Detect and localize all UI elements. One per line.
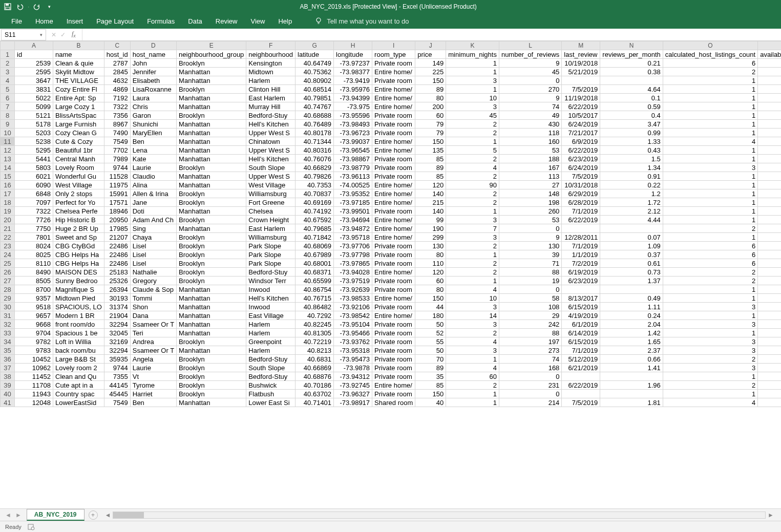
cell[interactable]: 6848 [15, 189, 53, 198]
cell[interactable]: 273 [499, 346, 561, 355]
cell[interactable]: Inwood [246, 303, 295, 311]
header-cell[interactable]: number_of_reviews [499, 50, 561, 59]
cell[interactable]: 7/1/2019 [562, 346, 600, 355]
cell[interactable]: -73.92106 [334, 303, 372, 311]
cell[interactable]: 11528 [104, 172, 130, 181]
cell[interactable]: 22486 [104, 242, 130, 250]
cell[interactable]: Tyrome [130, 381, 176, 390]
cell[interactable]: 40.68688 [295, 111, 334, 120]
sheet-tab-active[interactable]: AB_NYC_2019 [27, 509, 85, 521]
cell[interactable]: 89 [415, 163, 446, 172]
cell[interactable]: Cozy Clean G [53, 129, 104, 137]
cell[interactable]: 27 [499, 181, 561, 189]
cell[interactable]: 40 [415, 398, 446, 407]
cell[interactable]: Loft in Willia [53, 337, 104, 346]
cell[interactable]: -73.95596 [334, 111, 372, 120]
cell[interactable]: 1 [663, 372, 757, 381]
cell[interactable]: 190 [415, 224, 446, 233]
macro-record-icon[interactable] [28, 523, 35, 530]
cell[interactable]: Flatbush [246, 390, 295, 398]
row-header[interactable]: 3 [1, 68, 15, 76]
cell[interactable]: 58 [499, 294, 561, 303]
cell[interactable]: 2 [663, 224, 757, 233]
cell[interactable]: Cute & Cozy [53, 137, 104, 146]
cell[interactable]: 22 [758, 381, 781, 390]
cell[interactable]: 321 [758, 198, 781, 207]
cell[interactable]: 1 [663, 181, 757, 189]
cell[interactable]: 45 [499, 68, 561, 76]
row-header[interactable]: 23 [1, 242, 15, 250]
cell[interactable]: 6/14/2019 [562, 329, 600, 337]
cell[interactable]: 0 [758, 129, 781, 137]
cell[interactable]: 430 [499, 120, 561, 129]
cell[interactable]: 17571 [104, 198, 130, 207]
cell[interactable]: 4 [446, 163, 499, 172]
cell[interactable]: 5178 [15, 120, 53, 129]
cell[interactable]: 1.5 [600, 155, 663, 163]
cell[interactable]: Cozy Entire Fl [53, 85, 104, 94]
cell[interactable]: front room/do [53, 320, 104, 329]
cell[interactable]: Laura [130, 94, 176, 102]
cell[interactable]: Harlem [246, 76, 295, 85]
cell[interactable]: 32294 [104, 320, 130, 329]
cell[interactable]: 1.2 [600, 189, 663, 198]
cell[interactable]: Manhattan [177, 303, 246, 311]
column-header[interactable]: P [758, 41, 781, 50]
cell[interactable]: 31374 [104, 303, 130, 311]
cell[interactable]: 150 [415, 137, 446, 146]
select-all-corner[interactable] [1, 41, 15, 50]
undo-icon[interactable] [15, 2, 25, 11]
cell[interactable]: 19 [499, 276, 561, 285]
row-header[interactable]: 6 [1, 94, 15, 102]
cell[interactable]: 6 [663, 242, 757, 250]
cell[interactable]: 26394 [104, 285, 130, 294]
cell[interactable]: Private room [372, 111, 415, 120]
cell[interactable]: 4 [446, 337, 499, 346]
cell[interactable]: 7/1/2019 [562, 207, 600, 216]
cell[interactable]: 249 [758, 224, 781, 233]
cell[interactable]: Bedford-Stuy [246, 111, 295, 120]
cell[interactable]: THE VILLAGE [53, 76, 104, 85]
cell[interactable]: 89 [415, 364, 446, 372]
cell[interactable]: Chinatown [246, 137, 295, 146]
cell[interactable]: -73.94028 [334, 268, 372, 276]
column-header[interactable]: M [562, 41, 600, 50]
cell[interactable]: 6090 [15, 181, 53, 189]
cell[interactable]: 2 [446, 120, 499, 129]
cell[interactable]: 6/15/2019 [562, 337, 600, 346]
cell[interactable]: Private room [372, 242, 415, 250]
cell[interactable]: 2 [446, 381, 499, 390]
cell[interactable]: 21207 [104, 233, 130, 242]
cell[interactable]: Brooklyn [177, 390, 246, 398]
cell[interactable]: Windsor Terr [246, 276, 295, 285]
cell[interactable]: -73.96545 [334, 146, 372, 155]
cell[interactable]: 3 [446, 233, 499, 242]
cell[interactable]: Spacious 1 be [53, 329, 104, 337]
tab-insert[interactable]: Insert [60, 14, 90, 28]
cell[interactable]: Bedford-Stuy [246, 372, 295, 381]
column-header[interactable]: E [177, 41, 246, 50]
cell[interactable]: 9744 [104, 163, 130, 172]
cell[interactable]: Greenpoint [246, 337, 295, 346]
column-header[interactable]: N [600, 41, 663, 50]
row-header[interactable]: 36 [1, 355, 15, 364]
cell[interactable]: 44 [415, 303, 446, 311]
cell[interactable]: 40.67989 [295, 250, 334, 259]
cell[interactable]: 6 [663, 59, 757, 68]
cell[interactable]: Midtown [246, 68, 295, 76]
cell[interactable]: 0.4 [600, 111, 663, 120]
cell[interactable]: Entire home/ [372, 294, 415, 303]
cell[interactable]: 40.68514 [295, 85, 334, 94]
cell[interactable]: 270 [499, 85, 561, 94]
cell[interactable]: Clean & quie [53, 59, 104, 68]
cell[interactable]: 10962 [15, 364, 53, 372]
cell[interactable]: Hip Historic B [53, 216, 104, 224]
cell[interactable]: 6/21/2019 [562, 364, 600, 372]
cell[interactable]: 0.37 [600, 250, 663, 259]
cell[interactable]: Brooklyn [177, 85, 246, 94]
cell[interactable]: Garon [130, 111, 176, 120]
cell[interactable]: 0 [758, 285, 781, 294]
cell[interactable]: 2595 [15, 68, 53, 76]
cell[interactable]: Park Slope [246, 242, 295, 250]
cell[interactable]: 11452 [15, 372, 53, 381]
